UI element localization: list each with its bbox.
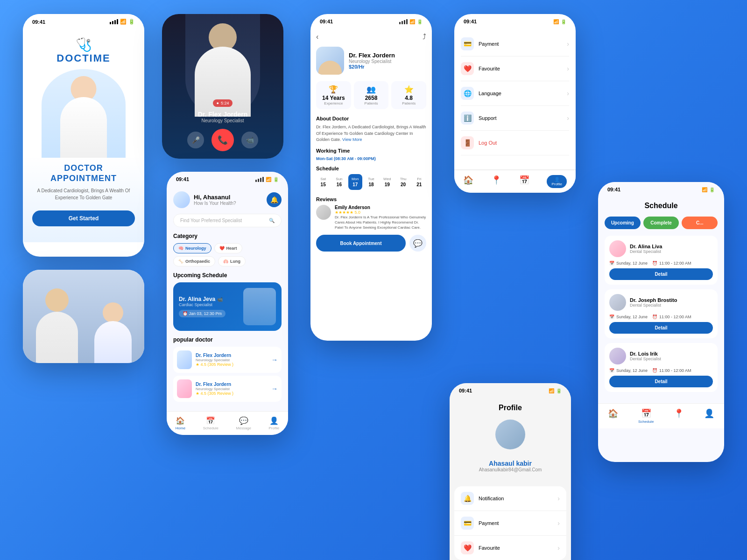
video-call-screen: ● 5:24 Dr. Flex Jordern Neurology Specia…: [162, 14, 283, 159]
day-mon[interactable]: Mon17: [348, 174, 362, 190]
menu-favourite[interactable]: ❤️ Favourite ›: [461, 56, 569, 81]
nav-schedule[interactable]: 📅Schedule: [203, 416, 218, 430]
upcoming-doc-name: Dr. Alina Jeva: [179, 296, 215, 302]
snav-profile[interactable]: 👤: [704, 408, 714, 424]
calendar-icon: 📅: [609, 261, 614, 266]
tab-complete[interactable]: Complete: [643, 217, 679, 229]
schedule-days: Sat15 Sun16 Mon17 Tue18 Wed19 Thu20 Fri2…: [316, 174, 426, 190]
profile-fav[interactable]: ❤️ Favourite ›: [454, 536, 566, 560]
user-email: Ahasanulkabir84@Gmail.Com: [457, 467, 564, 472]
snav-home[interactable]: 🏠: [608, 408, 618, 424]
category-list: 🧠 Neurology ❤️ Heart 🦴 Orthopaedic 🫁 Lun…: [173, 243, 282, 266]
upcoming-card[interactable]: Dr. Alina Jeva 📹 Cardiac Specialist ⏰ Ja…: [173, 282, 282, 331]
review-item: Emily Anderson ★★★★★ 5.0 Dr. Flex Jorder…: [316, 205, 426, 231]
category-lung[interactable]: 🫁 Lung: [218, 256, 246, 266]
pnav-profile-active[interactable]: 👤 Profile: [547, 175, 567, 188]
notification-button[interactable]: 🔔: [267, 192, 282, 207]
category-ortho[interactable]: 🦴 Orthopaedic: [173, 256, 215, 266]
notif-label: Notification: [479, 496, 504, 501]
day-sun[interactable]: Sun16: [332, 174, 346, 190]
stat-experience: 🏆 14 Years Experience: [316, 81, 351, 109]
popular-spec-1: Neurology Specialist: [196, 358, 233, 362]
back-button[interactable]: ‹: [316, 33, 318, 41]
reviewer-name: Emily Anderson: [335, 205, 426, 210]
day-wed[interactable]: Wed19: [380, 174, 394, 190]
about-text: Dr. Flex Jordern, A Dedicated Cardiologi…: [316, 124, 426, 143]
nav-message[interactable]: 💬Message: [236, 416, 251, 430]
popular-rating-2: ★ 4.5 (305 Review ): [196, 391, 233, 396]
search-bar[interactable]: Find Your Preferred Specialist 🔍: [173, 214, 282, 227]
popular-arrow-1[interactable]: →: [271, 356, 278, 364]
popular-doctor-1[interactable]: Dr. Flex Jordern Neurology Specialist ★ …: [173, 347, 282, 373]
popular-doctor-2[interactable]: Dr. Flex Jordern Neurology Specialist ★ …: [173, 376, 282, 402]
book-appointment-button[interactable]: Book Appointment: [316, 235, 406, 252]
notif-icon: 🔔: [461, 492, 474, 505]
appt-time-3: 📅Sunday, 12 June ⏰11:00 - 12:00 AM: [609, 368, 713, 373]
popular-title: popular doctor: [173, 336, 282, 343]
search-icon: 🔍: [269, 218, 275, 223]
chevron-icon-2: ›: [567, 65, 569, 72]
logout-icon: 🚪: [461, 136, 474, 149]
upcoming-title: Upcoming Schedule: [173, 272, 282, 279]
share-button[interactable]: ⤴: [423, 33, 426, 41]
day-fri[interactable]: Fri21: [412, 174, 426, 190]
category-heart[interactable]: ❤️ Heart: [214, 243, 242, 253]
appt-avatar-3: [609, 348, 626, 364]
review-text: Dr. Flex Jorderni Is A True Professional…: [335, 215, 426, 231]
app-logo: DOCTIME: [32, 52, 135, 64]
popular-name-1: Dr. Flex Jordern: [196, 353, 233, 358]
menu-payment[interactable]: 💳 Payment ›: [461, 32, 569, 56]
detail-btn-3[interactable]: Detail: [609, 376, 713, 387]
detail-time: 09:41: [320, 19, 333, 24]
view-more-link[interactable]: View More: [342, 137, 362, 142]
chat-button[interactable]: 💬: [409, 235, 426, 252]
language-icon: 🌐: [461, 87, 474, 100]
profile-time: 09:41: [459, 388, 472, 393]
day-tue[interactable]: Tue18: [364, 174, 378, 190]
nav-profile[interactable]: 👤Profile: [269, 416, 280, 430]
pnav-calendar[interactable]: 📅: [519, 175, 529, 188]
detail-btn-1[interactable]: Detail: [609, 268, 713, 280]
popular-name-2: Dr. Flex Jordern: [196, 382, 233, 387]
calendar-icon-3: 📅: [609, 368, 614, 373]
face-photo-screen: [23, 270, 144, 363]
category-neurology[interactable]: 🧠 Neurology: [173, 243, 211, 253]
get-started-button[interactable]: Get Started: [32, 210, 135, 226]
menu-language[interactable]: 🌐 Language ›: [461, 81, 569, 106]
snav-schedule[interactable]: 📅 Schedule: [638, 408, 654, 424]
video-button[interactable]: 📹: [241, 132, 258, 148]
pnav-location[interactable]: 📍: [491, 175, 501, 188]
profile-notif[interactable]: 🔔 Notification ›: [454, 486, 566, 511]
nav-home[interactable]: 🏠Home: [176, 416, 185, 430]
mute-button[interactable]: 🎤: [187, 132, 204, 148]
end-call-button[interactable]: 📞: [211, 129, 234, 151]
payment-icon: 💳: [461, 37, 474, 50]
tab-upcoming[interactable]: Upcoming: [605, 217, 641, 229]
home-bottom-nav: 🏠Home 📅Schedule 💬Message 👤Profile: [167, 411, 288, 435]
home-time: 09:41: [176, 176, 189, 182]
day-thu[interactable]: Thu20: [396, 174, 410, 190]
working-hours: Mon-Sat (08:30 AM - 09:00PM): [316, 156, 426, 161]
home-screen: 09:41 📶🔋 Hi, Ahasanul How Is Your Health…: [167, 172, 288, 435]
profile-payment[interactable]: 💳 Payment ›: [454, 511, 566, 536]
chevron-icon-4: ›: [567, 114, 569, 122]
menu-logout[interactable]: 🚪 Log Out: [461, 131, 569, 155]
detail-speciality: Neurology Specialist: [349, 59, 395, 64]
menu-favourite-label: Favourite: [479, 66, 500, 71]
menu-support-label: Support: [479, 115, 497, 121]
menu-support[interactable]: ℹ️ Support ›: [461, 106, 569, 131]
appt-avatar-1: [609, 240, 626, 257]
schedule-screen: 09:41 📶🔋 Schedule Upcoming Complete C...: [598, 182, 724, 462]
snav-schedule-label: Schedule: [638, 420, 654, 424]
popular-arrow-2[interactable]: →: [271, 385, 278, 392]
tab-cancelled[interactable]: C...: [682, 217, 718, 229]
day-sat[interactable]: Sat15: [316, 174, 330, 190]
doctor-stats: 🏆 14 Years Experience 👥 2658 Patients ⭐ …: [316, 81, 426, 109]
detail-btn-2[interactable]: Detail: [609, 322, 713, 334]
pnav-home[interactable]: 🏠: [463, 175, 473, 188]
pmenu-time: 09:41: [464, 19, 477, 24]
schedule-title: Schedule: [605, 202, 718, 210]
snav-location[interactable]: 📍: [674, 408, 684, 424]
clock-icon: ⏰: [652, 261, 657, 266]
profile-title: Profile: [457, 404, 564, 412]
